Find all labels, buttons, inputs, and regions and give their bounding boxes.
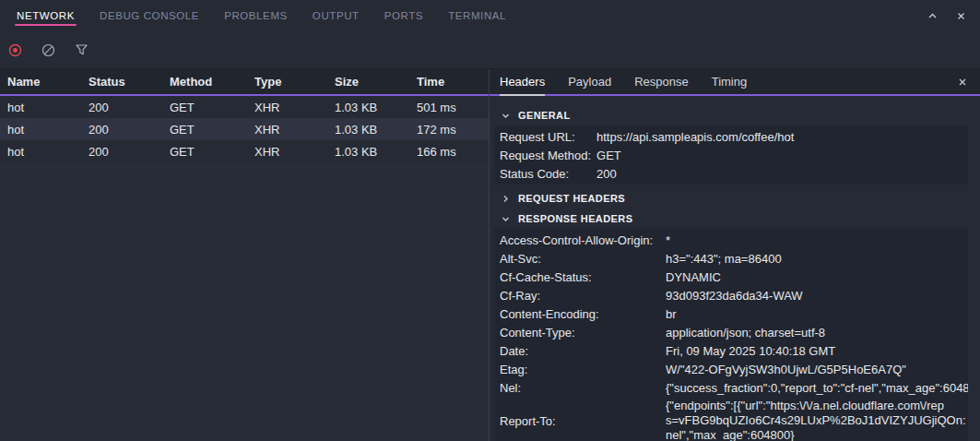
column-header-type[interactable]: Type — [247, 75, 327, 89]
record-icon[interactable] — [8, 43, 22, 57]
header-row: Etag: W/"422-OFgVyjSW3h0UjwL/G5P5HoE6A7Q… — [494, 360, 968, 378]
table-row[interactable]: hot 200 GET XHR 1.03 KB 501 ms — [0, 96, 489, 118]
header-row: Cf-Ray: 93d093f23da6da34-WAW — [494, 286, 968, 304]
tab-terminal[interactable]: TERMINAL — [448, 0, 506, 31]
table-header-row: Name Status Method Type Size Time — [0, 69, 489, 96]
chevron-right-icon — [501, 194, 511, 204]
header-value: h3=":443"; ma=86400 — [666, 252, 968, 266]
header-row: Status Code: 200 — [494, 164, 968, 183]
header-value: * — [666, 233, 968, 247]
tab-timing[interactable]: Timing — [712, 69, 748, 94]
table-row[interactable]: hot 200 GET XHR 1.03 KB 166 ms — [0, 140, 489, 162]
header-key: Status Code: — [500, 167, 596, 181]
chevron-down-icon — [501, 214, 511, 224]
section-general[interactable]: GENERAL — [490, 105, 980, 125]
header-key: Nel: — [500, 381, 666, 395]
network-toolbar — [0, 31, 980, 69]
tab-response[interactable]: Response — [634, 69, 689, 94]
header-value: br — [666, 307, 968, 321]
column-header-name[interactable]: Name — [0, 75, 81, 89]
section-title: RESPONSE HEADERS — [518, 213, 632, 224]
header-row: Alt-Svc: h3=":443"; ma=86400 — [494, 249, 968, 268]
column-header-method[interactable]: Method — [162, 75, 247, 89]
header-key: Request Method: — [500, 149, 596, 162]
header-row: Cf-Cache-Status: DYNAMIC — [494, 268, 968, 286]
header-value: DYNAMIC — [666, 270, 968, 284]
cell-status: 200 — [81, 123, 162, 137]
header-key: Request URL: — [500, 130, 596, 144]
column-header-status[interactable]: Status — [81, 75, 162, 89]
header-value: 200 — [596, 167, 968, 181]
cell-status: 200 — [81, 145, 162, 159]
tab-network[interactable]: NETWORK — [17, 0, 75, 31]
cell-size: 1.03 KB — [327, 123, 409, 137]
column-header-size[interactable]: Size — [327, 75, 409, 89]
header-row: Nel: {"success_fraction":0,"report_to":"… — [494, 378, 968, 397]
header-value-line: {"endpoints":[{"url":"https:\/\/a.nel.cl… — [666, 399, 968, 413]
header-key: Date: — [500, 344, 666, 358]
response-headers-card: Access-Control-Allow-Origin: * Alt-Svc: … — [494, 229, 968, 441]
header-value: {"success_fraction":0,"report_to":"cf-ne… — [666, 381, 968, 395]
tab-problems[interactable]: PROBLEMS — [224, 0, 288, 31]
requests-table: Name Status Method Type Size Time hot 20… — [0, 69, 490, 441]
cell-name: hot — [0, 123, 81, 137]
chevron-down-icon — [501, 111, 511, 121]
cell-method: GET — [162, 101, 247, 114]
header-key: Etag: — [500, 363, 666, 376]
header-key: Cf-Cache-Status: — [500, 270, 666, 284]
header-value: application/json; charset=utf-8 — [666, 326, 968, 340]
header-value-line: s=vFBG9bqUZIo6Cr4s29LUxP%2BoJ1dVIZYJUGji… — [666, 413, 968, 428]
tab-ports[interactable]: PORTS — [384, 0, 423, 31]
section-title: REQUEST HEADERS — [518, 193, 625, 204]
header-row: Content-Encoding: br — [494, 304, 968, 323]
header-key: Access-Control-Allow-Origin: — [500, 233, 666, 247]
header-row: Access-Control-Allow-Origin: * — [494, 231, 968, 249]
cell-size: 1.03 KB — [327, 145, 409, 159]
section-title: GENERAL — [518, 110, 571, 121]
header-value: https://api.sampleapis.com/coffee/hot — [596, 130, 968, 144]
cell-time: 166 ms — [409, 145, 489, 159]
tab-headers[interactable]: Headers — [500, 69, 545, 94]
cell-time: 172 ms — [409, 123, 489, 137]
cell-type: XHR — [247, 123, 327, 137]
header-row: Report-To: {"endpoints":[{"url":"https:\… — [494, 397, 968, 441]
headers-content: GENERAL Request URL: https://api.samplea… — [490, 96, 980, 441]
header-value: 93d093f23da6da34-WAW — [666, 289, 968, 303]
cell-type: XHR — [247, 101, 327, 114]
cell-type: XHR — [247, 145, 327, 159]
header-row: Request Method: GET — [494, 146, 968, 164]
table-row[interactable]: hot 200 GET XHR 1.03 KB 172 ms — [0, 118, 489, 140]
cell-name: hot — [0, 101, 81, 114]
header-row: Request URL: https://api.sampleapis.com/… — [494, 127, 968, 146]
header-key: Content-Type: — [500, 326, 666, 340]
tab-output[interactable]: OUTPUT — [313, 0, 360, 31]
chevron-up-icon[interactable] — [927, 10, 939, 22]
cell-method: GET — [162, 145, 247, 159]
clear-icon[interactable] — [41, 43, 55, 57]
cell-size: 1.03 KB — [327, 101, 409, 114]
column-header-time[interactable]: Time — [409, 75, 489, 89]
general-card: Request URL: https://api.sampleapis.com/… — [494, 125, 968, 185]
header-key: Alt-Svc: — [500, 252, 666, 266]
header-value-line: nel","max_age":604800} — [666, 428, 968, 441]
header-key: Report-To: — [500, 414, 666, 428]
bottom-panel: NETWORK DEBUG CONSOLE PROBLEMS OUTPUT PO… — [0, 0, 980, 441]
close-details-icon[interactable] — [957, 77, 968, 88]
tab-payload[interactable]: Payload — [568, 69, 611, 94]
tab-debug-console[interactable]: DEBUG CONSOLE — [100, 0, 199, 31]
section-response-headers[interactable]: RESPONSE HEADERS — [490, 209, 980, 229]
header-value: Fri, 09 May 2025 10:40:18 GMT — [666, 344, 968, 358]
panel-tab-bar: NETWORK DEBUG CONSOLE PROBLEMS OUTPUT PO… — [0, 0, 980, 31]
section-request-headers[interactable]: REQUEST HEADERS — [490, 188, 980, 209]
filter-icon[interactable] — [75, 43, 89, 56]
header-value: W/"422-OFgVyjSW3h0UjwL/G5P5HoE6A7Q" — [666, 363, 968, 376]
details-tab-bar: Headers Payload Response Timing — [490, 69, 980, 96]
close-panel-icon[interactable] — [955, 10, 967, 22]
cell-name: hot — [0, 145, 81, 159]
header-key: Cf-Ray: — [500, 289, 666, 303]
cell-method: GET — [162, 123, 247, 137]
header-value: {"endpoints":[{"url":"https:\/\/a.nel.cl… — [666, 399, 968, 441]
cell-time: 501 ms — [409, 101, 489, 114]
request-details-panel: Headers Payload Response Timing GENERAL — [490, 69, 980, 441]
header-row: Date: Fri, 09 May 2025 10:40:18 GMT — [494, 341, 968, 360]
